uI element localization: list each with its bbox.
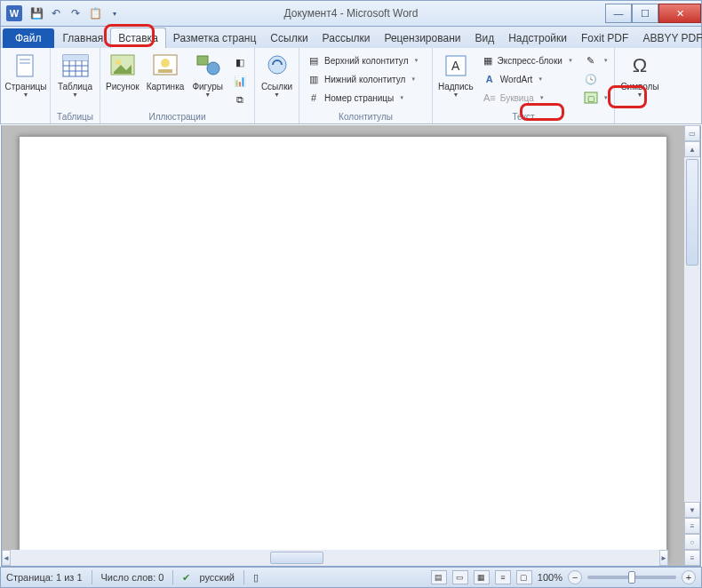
fullscreen-view[interactable]: ▭ bbox=[452, 570, 468, 584]
datetime-button[interactable]: 🕓 bbox=[580, 70, 612, 88]
scroll-thumb[interactable] bbox=[270, 552, 323, 564]
scroll-thumb[interactable] bbox=[686, 159, 698, 266]
scroll-left-icon[interactable]: ◄ bbox=[2, 550, 11, 566]
page-viewport[interactable]: ◄ ► bbox=[2, 125, 684, 566]
vertical-scrollbar[interactable]: ▭ ▲ ▼ ≡ ○ ≡ bbox=[684, 125, 700, 566]
textbox-button[interactable]: A Надпись ▼ bbox=[436, 50, 475, 99]
scroll-track[interactable] bbox=[11, 550, 659, 566]
zoom-out-button[interactable]: − bbox=[568, 570, 582, 584]
tab-addins[interactable]: Надстройки bbox=[501, 28, 574, 48]
language-status[interactable]: русский bbox=[199, 572, 234, 583]
chevron-down-icon: ▼ bbox=[539, 95, 545, 100]
maximize-button[interactable]: ☐ bbox=[632, 4, 658, 23]
group-header-footer: ▤Верхний колонтитул▼ ▥Нижний колонтитул▼… bbox=[299, 48, 433, 123]
macro-icon[interactable]: ▯ bbox=[253, 572, 259, 584]
shapes-button[interactable]: Фигуры ▼ bbox=[189, 50, 226, 99]
close-button[interactable]: ✕ bbox=[658, 4, 701, 23]
signature-button[interactable]: ✎▼ bbox=[580, 52, 612, 69]
zoom-slider[interactable] bbox=[587, 576, 676, 579]
prev-page-icon[interactable]: ≡ bbox=[684, 518, 700, 534]
tab-file[interactable]: Файл bbox=[3, 28, 54, 48]
clipart-button[interactable]: Картинка bbox=[145, 50, 187, 93]
word-count[interactable]: Число слов: 0 bbox=[101, 572, 164, 583]
chevron-down-icon: ▼ bbox=[411, 76, 416, 82]
quickparts-button[interactable]: ▦Экспресс-блоки▼ bbox=[479, 52, 577, 69]
group-illustrations: Рисунок Картинка Фигуры ▼ ◧ 📊 ⧉ Иллюстра… bbox=[100, 48, 255, 123]
quickparts-label: Экспресс-блоки bbox=[498, 56, 562, 66]
pagenum-label: Номер страницы bbox=[324, 93, 394, 103]
svg-point-17 bbox=[207, 62, 219, 75]
group-label bbox=[4, 110, 46, 123]
dropcap-button[interactable]: A≡Буквица▼ bbox=[479, 89, 577, 107]
group-label: Колонтитулы bbox=[303, 110, 428, 123]
proofing-icon[interactable]: ✔ bbox=[182, 572, 190, 584]
picture-button[interactable]: Рисунок bbox=[104, 50, 141, 93]
scroll-up-icon[interactable]: ▲ bbox=[684, 141, 700, 157]
separator bbox=[243, 570, 244, 584]
tab-references[interactable]: Ссылки bbox=[263, 28, 315, 48]
qat-extra-icon[interactable]: 📋 bbox=[86, 4, 104, 22]
group-links: Ссылки ▼ bbox=[255, 48, 299, 123]
separator bbox=[172, 570, 173, 584]
page-status[interactable]: Страница: 1 из 1 bbox=[6, 572, 83, 583]
horizontal-scrollbar[interactable]: ◄ ► bbox=[2, 550, 668, 566]
undo-icon[interactable]: ↶ bbox=[47, 4, 65, 22]
tab-abbyy[interactable]: ABBYY PDF Trans bbox=[635, 28, 702, 48]
wordart-button[interactable]: AWordArt▼ bbox=[479, 70, 577, 88]
omega-icon: Ω bbox=[626, 52, 654, 80]
group-pages: Страницы ▼ bbox=[1, 48, 51, 123]
svg-rect-0 bbox=[17, 55, 33, 76]
print-layout-view[interactable]: ▤ bbox=[431, 570, 447, 584]
chevron-down-icon: ▼ bbox=[603, 58, 609, 63]
draft-view[interactable]: ▢ bbox=[516, 570, 532, 584]
table-button[interactable]: Таблица ▼ bbox=[54, 50, 96, 99]
next-page-icon[interactable]: ≡ bbox=[684, 550, 700, 566]
screenshot-button[interactable]: ⧉ bbox=[229, 91, 251, 108]
header-button[interactable]: ▤Верхний колонтитул▼ bbox=[303, 52, 422, 69]
object-button[interactable]: ▢▼ bbox=[580, 89, 612, 107]
svg-rect-2 bbox=[20, 62, 30, 64]
document-page[interactable] bbox=[19, 136, 667, 562]
links-button[interactable]: Ссылки ▼ bbox=[259, 50, 295, 99]
redo-icon[interactable]: ↷ bbox=[67, 4, 84, 22]
tab-mailings[interactable]: Рассылки bbox=[315, 28, 378, 48]
tab-foxit[interactable]: Foxit PDF bbox=[574, 28, 635, 48]
tab-view[interactable]: Вид bbox=[467, 28, 501, 48]
qat-dropdown-icon[interactable]: ▾ bbox=[106, 4, 124, 22]
wordart-icon: A bbox=[483, 72, 497, 86]
footer-button[interactable]: ▥Нижний колонтитул▼ bbox=[303, 70, 422, 88]
chart-icon: 📊 bbox=[233, 74, 247, 88]
page-icon bbox=[12, 52, 40, 80]
dropcap-icon: A≡ bbox=[483, 91, 497, 105]
smartart-button[interactable]: ◧ bbox=[229, 53, 251, 71]
scroll-track[interactable] bbox=[684, 157, 700, 502]
minimize-button[interactable]: — bbox=[605, 4, 632, 23]
footer-icon: ▥ bbox=[307, 72, 321, 86]
web-view[interactable]: ▦ bbox=[474, 570, 490, 584]
save-icon[interactable]: 💾 bbox=[28, 4, 45, 22]
tab-review[interactable]: Рецензировани bbox=[377, 28, 467, 48]
chart-button[interactable]: 📊 bbox=[229, 72, 251, 90]
svg-point-18 bbox=[268, 56, 286, 74]
symbols-button[interactable]: Ω Символы ▼ bbox=[618, 50, 661, 99]
zoom-knob[interactable] bbox=[628, 571, 635, 584]
pages-button[interactable]: Страницы ▼ bbox=[4, 50, 47, 99]
signature-icon: ✎ bbox=[584, 53, 598, 68]
tab-home[interactable]: Главная bbox=[56, 28, 111, 48]
zoom-level[interactable]: 100% bbox=[538, 572, 562, 583]
pagenum-button[interactable]: #Номер страницы▼ bbox=[303, 89, 422, 107]
scroll-right-icon[interactable]: ► bbox=[659, 550, 668, 566]
datetime-icon: 🕓 bbox=[584, 72, 598, 86]
tab-layout[interactable]: Разметка странц bbox=[166, 28, 264, 48]
outline-view[interactable]: ≡ bbox=[495, 570, 511, 584]
ribbon-tabs: Файл Главная Вставка Разметка странц Ссы… bbox=[0, 27, 702, 48]
svg-text:A: A bbox=[451, 59, 460, 73]
ruler-toggle-icon[interactable]: ▭ bbox=[684, 125, 700, 141]
tab-insert[interactable]: Вставка bbox=[110, 28, 166, 48]
zoom-in-button[interactable]: + bbox=[682, 570, 696, 584]
svg-point-12 bbox=[116, 60, 121, 65]
browse-object-icon[interactable]: ○ bbox=[684, 534, 700, 550]
link-icon bbox=[263, 52, 291, 80]
scroll-down-icon[interactable]: ▼ bbox=[684, 502, 700, 518]
group-label: Иллюстрации bbox=[104, 110, 251, 123]
